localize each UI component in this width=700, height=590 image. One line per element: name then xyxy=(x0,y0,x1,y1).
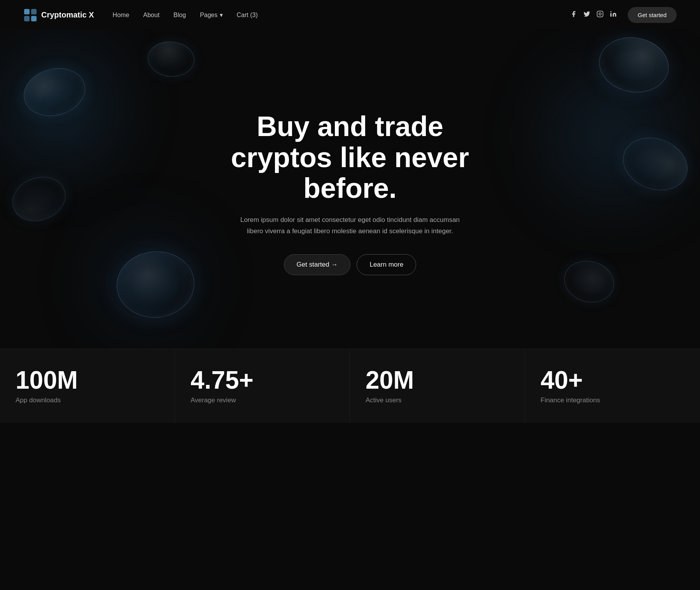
svg-rect-3 xyxy=(31,16,37,21)
svg-rect-0 xyxy=(24,9,30,14)
orb-1 xyxy=(18,61,91,122)
stat-number-3: 40+ xyxy=(541,368,684,393)
glow-blob-3 xyxy=(97,232,194,329)
hero-subtitle: Lorem ipsum dolor sit amet consectetur e… xyxy=(233,215,467,237)
nav-item-pages[interactable]: Pages ▾ xyxy=(200,11,222,19)
svg-point-7 xyxy=(610,11,611,12)
logo-icon xyxy=(23,8,37,22)
instagram-icon[interactable] xyxy=(597,10,604,19)
nav-item-home[interactable]: Home xyxy=(113,12,130,19)
orb-3 xyxy=(595,32,673,98)
stat-item-3: 40+ Finance integrations xyxy=(525,349,700,423)
hero-buttons: Get started → Learn more xyxy=(284,254,416,275)
nav-links: Home About Blog Pages ▾ Cart (3) xyxy=(113,11,258,19)
svg-rect-1 xyxy=(31,9,37,14)
stat-item-1: 4.75+ Average review xyxy=(175,349,350,423)
svg-rect-4 xyxy=(597,11,603,17)
orb-7 xyxy=(560,255,619,308)
orb-2 xyxy=(146,40,196,79)
nav-left: Cryptomatic X Home About Blog Pages ▾ Ca… xyxy=(23,8,258,22)
get-started-nav-button[interactable]: Get started xyxy=(628,7,677,23)
nav-right: Get started xyxy=(570,7,677,23)
chevron-down-icon: ▾ xyxy=(220,11,223,19)
stat-number-0: 100M xyxy=(16,368,159,393)
stat-item-2: 20M Active users xyxy=(350,349,525,423)
stat-label-3: Finance integrations xyxy=(541,396,684,404)
nav-item-blog[interactable]: Blog xyxy=(173,12,186,19)
stat-number-2: 20M xyxy=(366,368,509,393)
stats-section: 100M App downloads 4.75+ Average review … xyxy=(0,349,700,423)
social-icons xyxy=(570,10,617,19)
svg-rect-6 xyxy=(610,13,611,17)
hero-section: Buy and trade cryptos like never before.… xyxy=(0,30,700,349)
stat-label-1: Average review xyxy=(191,396,334,404)
brand-name: Cryptomatic X xyxy=(41,10,94,19)
facebook-icon[interactable] xyxy=(570,10,577,19)
hero-learn-more-button[interactable]: Learn more xyxy=(357,254,416,275)
svg-rect-2 xyxy=(24,16,30,21)
twitter-icon[interactable] xyxy=(583,10,590,19)
orb-6 xyxy=(114,248,197,321)
stat-item-0: 100M App downloads xyxy=(0,349,175,423)
navbar: Cryptomatic X Home About Blog Pages ▾ Ca… xyxy=(0,0,700,30)
orb-5 xyxy=(6,169,72,228)
glow-blob-1 xyxy=(0,49,117,166)
hero-get-started-button[interactable]: Get started → xyxy=(284,254,351,275)
hero-title: Buy and trade cryptos like never before. xyxy=(214,111,486,204)
stat-number-1: 4.75+ xyxy=(191,368,334,393)
glow-blob-2 xyxy=(544,69,681,205)
orb-4 xyxy=(616,129,695,199)
nav-item-about[interactable]: About xyxy=(143,12,159,19)
logo[interactable]: Cryptomatic X xyxy=(23,8,94,22)
stat-label-0: App downloads xyxy=(16,396,159,404)
nav-item-cart[interactable]: Cart (3) xyxy=(237,12,258,19)
linkedin-icon[interactable] xyxy=(610,10,617,19)
stat-label-2: Active users xyxy=(366,396,509,404)
